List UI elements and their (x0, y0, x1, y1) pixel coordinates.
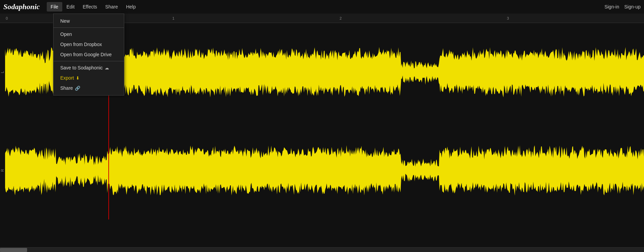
menu-edit[interactable]: Edit (62, 2, 79, 12)
share-text: Share (60, 85, 73, 91)
menu-item-open-gdrive[interactable]: Open from Google Drive (53, 49, 124, 60)
download-icon: ⬇ (76, 76, 80, 81)
channel-label-right: R (0, 169, 5, 172)
signup-link[interactable]: Sign-up (624, 4, 641, 9)
menu-item-share[interactable]: Share 🔗 (53, 83, 124, 93)
menu-item-new[interactable]: New (53, 16, 124, 26)
menu-share[interactable]: Share (101, 2, 122, 12)
tick-0: 0 (6, 16, 8, 20)
scrollbar[interactable] (0, 247, 644, 252)
signin-link[interactable]: Sign-in (604, 4, 619, 9)
link-icon: 🔗 (75, 86, 80, 91)
waveform-svg-right (0, 121, 644, 219)
separator-2 (53, 61, 124, 61)
separator-1 (53, 27, 124, 28)
menubar: Sodaphonic File Edit Effects Share Help … (0, 0, 644, 14)
tick-1: 1 (172, 16, 174, 20)
menu-item-open-dropbox[interactable]: Open from Dropbox (53, 39, 124, 49)
menu-help[interactable]: Help (122, 2, 140, 12)
scrollbar-thumb[interactable] (0, 248, 27, 252)
menu-item-export[interactable]: Export ⬇ (53, 73, 124, 83)
tick-2: 2 (340, 16, 342, 20)
channel-label-left: L (0, 71, 5, 73)
tick-3: 3 (507, 16, 509, 20)
save-text: Save to Sodaphonic (60, 65, 103, 70)
cloud-icon: ☁ (105, 65, 109, 70)
auth-links: Sign-in Sign-up (604, 4, 641, 9)
app-logo: Sodaphonic (3, 2, 40, 11)
file-dropdown-menu: New Open Open from Dropbox Open from Goo… (53, 14, 124, 96)
waveform-track-right[interactable]: R (0, 121, 644, 219)
menu-item-open[interactable]: Open (53, 29, 124, 39)
menu-item-save[interactable]: Save to Sodaphonic ☁ (53, 63, 124, 73)
export-text: Export (60, 75, 74, 81)
menu-effects[interactable]: Effects (79, 2, 101, 12)
menu-file[interactable]: File (47, 2, 63, 12)
